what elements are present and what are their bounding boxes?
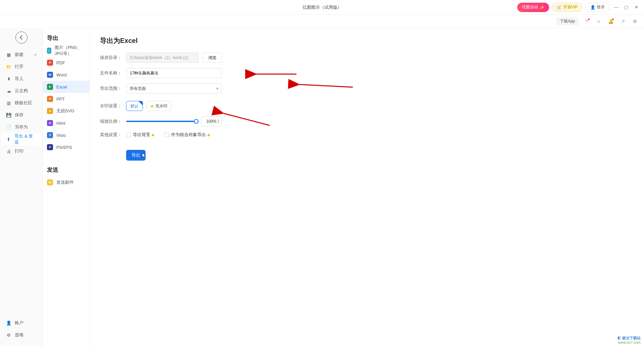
send-label: 发送邮件 [56, 179, 74, 185]
user-icon: 👤 [590, 5, 595, 10]
label-path: 保存目录： [100, 55, 126, 61]
sidebar-item-label: 选项 [15, 332, 23, 338]
sidebar-item-print[interactable]: 🖨打印 [1, 146, 41, 157]
sidebar-primary: ▦新建+📁打开⬇导入☁云文档▥模板社区💾保存📄另存为⬆导出 & 发送🖨打印 👤账… [0, 28, 43, 346]
sidebar-item-new[interactable]: ▦新建+ [1, 49, 41, 60]
word-icon: W [47, 72, 53, 78]
scale-value: 100% [206, 119, 217, 124]
section-send-title: 发送 [47, 166, 90, 174]
back-button[interactable] [15, 32, 28, 44]
svg-icon: S [47, 108, 53, 114]
action-bar: 下载App ? ☺ 🔔 ↗ ⚙ [0, 15, 644, 28]
chevron-down-icon: ▾ [216, 86, 218, 91]
label-watermark: 水印设置： [100, 103, 126, 109]
label-other: 其他设置： [100, 132, 126, 138]
sidebar-item-label: 新建 [15, 52, 23, 58]
app-title: 亿图图示（试用版） [303, 4, 342, 10]
export-icon: ⬆ [6, 137, 11, 142]
open-icon: 📁 [6, 64, 11, 69]
format-label: PDF [56, 60, 65, 65]
title-bar: 亿图图示（试用版） 优惠活动 ✨ 🛒 开通VIP 👤 登录 — ▢ ✕ [0, 0, 644, 15]
sidebar-item-label: 云文档 [15, 88, 28, 94]
import-icon: ⬇ [6, 76, 11, 81]
sidebar-item-label: 导出 & 发送 [14, 133, 37, 145]
format-label: 图片（PNG、JPG等） [55, 45, 86, 57]
format-label: Html [56, 121, 65, 126]
sidebar-item-options[interactable]: ⚙选项 [1, 329, 41, 341]
export-group-label: 作为组合对象导出 [171, 132, 206, 138]
minimize-button[interactable]: — [612, 4, 620, 11]
print-icon: 🖨 [6, 149, 11, 154]
plus-icon[interactable]: + [34, 52, 37, 57]
label-scale: 缩放比例： [100, 118, 126, 124]
export-group-checkbox[interactable] [164, 132, 169, 137]
scope-select[interactable]: 所有页面 ▾ [126, 83, 222, 94]
templates-icon: ▥ [6, 101, 11, 106]
login-label: 登录 [597, 4, 605, 10]
login-button[interactable]: 👤 登录 [585, 3, 610, 12]
format-image[interactable]: I图片（PNG、JPG等） [43, 45, 90, 57]
maximize-button[interactable]: ▢ [623, 4, 630, 11]
sidebar-item-account[interactable]: 👤账户 [1, 317, 41, 329]
format-excel[interactable]: EExcel [43, 81, 90, 93]
share-icon[interactable]: ↗ [619, 18, 627, 25]
sidebar-item-import[interactable]: ⬇导入 [1, 73, 41, 84]
format-svg[interactable]: S无损SVG [43, 105, 90, 117]
sidebar-item-label: 导入 [15, 76, 23, 82]
account-icon: 👤 [6, 321, 11, 326]
filename-input[interactable] [126, 68, 222, 78]
wm-default-label: 默认 [130, 103, 139, 109]
format-html[interactable]: HHtml [43, 117, 90, 129]
sidebar-item-save[interactable]: 💾保存 [1, 109, 41, 121]
sidebar-item-label: 保存 [15, 112, 23, 118]
sidebar-item-templates[interactable]: ▥模板社区 [1, 97, 41, 109]
send-mail[interactable]: ✉发送邮件 [43, 176, 90, 188]
download-app-button[interactable]: 下载App [556, 17, 578, 25]
feedback-icon[interactable]: ☺ [595, 18, 602, 25]
scope-value: 所有页面 [130, 86, 146, 92]
export-bg-checkbox[interactable] [126, 132, 131, 137]
save-icon: 💾 [6, 113, 11, 118]
pdf-icon: P [47, 60, 53, 66]
format-visio[interactable]: VVisio [43, 129, 90, 141]
format-label: Excel [56, 84, 67, 90]
scale-slider[interactable] [126, 121, 197, 122]
watermark-default-chip[interactable]: 默认 [126, 101, 143, 111]
format-word[interactable]: WWord [43, 69, 90, 81]
main-content: 导出为Excel 保存目录： 浏览 文件名称： 导出范围： 所有页面 ▾ 水印设… [90, 28, 644, 346]
circle-icon: ◐ [618, 336, 622, 340]
format-pdf[interactable]: PPDF [43, 57, 90, 69]
browse-button[interactable]: 浏览 [203, 53, 222, 63]
sidebar-item-open[interactable]: 📁打开 [1, 61, 41, 72]
new-icon: ▦ [6, 52, 11, 57]
diamond-icon: ◆ [151, 104, 153, 108]
image-icon: I [47, 48, 51, 54]
vip-button[interactable]: 🛒 开通VIP [552, 3, 583, 12]
diamond-icon: ◆ [152, 133, 154, 137]
bell-icon[interactable]: 🔔 [607, 18, 614, 25]
help-icon[interactable]: ? [583, 18, 590, 25]
sidebar-item-export[interactable]: ⬆导出 & 发送 [1, 133, 41, 145]
label-scope: 导出范围： [100, 85, 126, 92]
sidebar-item-cloud[interactable]: ☁云文档 [1, 85, 41, 97]
sidebar-item-saveas[interactable]: 📄另存为 [1, 121, 41, 133]
promo-button[interactable]: 优惠活动 ✨ [517, 3, 549, 12]
format-ps[interactable]: PPS/EPS [43, 141, 90, 153]
html-icon: H [47, 120, 53, 126]
path-input[interactable] [126, 53, 199, 63]
ps-icon: P [47, 144, 53, 150]
section-export-title: 导出 [47, 34, 90, 42]
settings-icon[interactable]: ⚙ [631, 18, 639, 25]
close-button[interactable]: ✕ [633, 4, 640, 11]
format-label: PPT [56, 97, 65, 102]
format-ppt[interactable]: PPPT [43, 93, 90, 105]
format-label: PS/EPS [56, 145, 72, 150]
watermark-none-chip[interactable]: ◆ 无水印 [146, 101, 172, 111]
sidebar-item-label: 另存为 [15, 124, 28, 130]
mail-icon: ✉ [47, 179, 53, 185]
options-icon: ⚙ [6, 333, 11, 338]
format-label: 无损SVG [56, 108, 74, 114]
scale-spinner[interactable]: 100% ▲▼ [201, 116, 221, 126]
label-filename: 文件名称： [100, 70, 126, 76]
site-watermark: ◐ 极光下载站 www.xz7.com [618, 336, 641, 345]
